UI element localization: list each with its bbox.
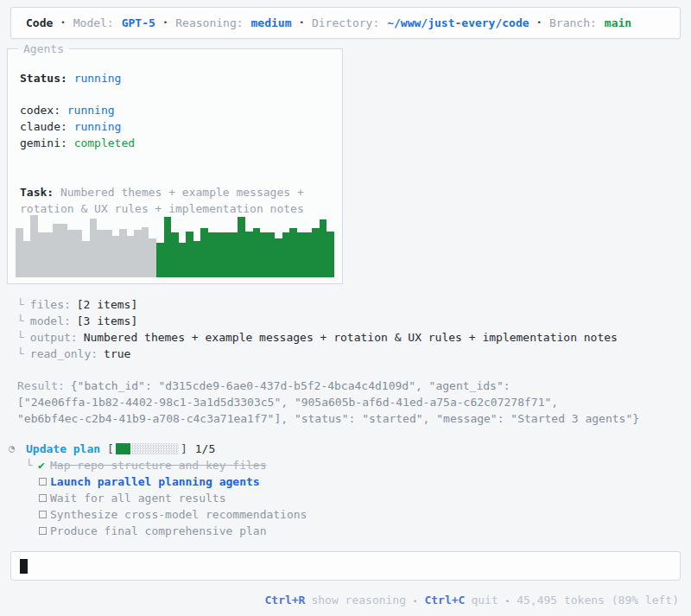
token-usage: 45,495 tokens (89% left) — [517, 594, 679, 606]
param-row: └read_only:true — [17, 346, 691, 362]
plan-item: Synthesize cross-model recommendations — [26, 506, 691, 523]
activity-bar — [312, 228, 320, 277]
param-row: └files:[2 items] — [17, 296, 691, 313]
param-row: └output:Numbered themes + example messag… — [17, 329, 691, 346]
plan-item-text: Map repo structure and key files — [50, 457, 266, 473]
activity-bar — [253, 228, 261, 277]
param-key: read_only: — [30, 347, 98, 360]
plan-item: Produce final comprehensive plan — [26, 523, 691, 539]
checkbox-icon — [38, 511, 50, 518]
plan-item: Launch parallel planning agents — [26, 473, 691, 490]
activity-bar — [127, 236, 135, 277]
agent-name: codex: — [20, 104, 67, 117]
activity-bar — [75, 230, 83, 277]
param-key: model: — [30, 314, 71, 327]
agent-row: codex: running — [20, 102, 330, 118]
agent-name: gemini: — [20, 137, 74, 149]
task-row: Task: Numbered themes + example messages… — [20, 184, 330, 217]
activity-bar — [30, 215, 38, 277]
shortcut-key: Ctrl+R — [264, 594, 305, 606]
checkbox-box — [39, 494, 47, 502]
separator-bullet: • — [413, 597, 417, 606]
separator-bullet: • — [505, 597, 510, 606]
progress-bracket-open: [ — [107, 441, 114, 457]
plan-checklist: └✔Map repo structure and key filesLaunch… — [26, 457, 691, 539]
activity-bar — [297, 232, 305, 277]
activity-bar — [200, 228, 208, 277]
status-value: running — [74, 72, 122, 85]
activity-bar — [186, 232, 193, 277]
agent-activity-chart — [16, 214, 334, 277]
result-text: {"batch_id": "d315cde9-6ae0-437d-b5f2-4b… — [71, 379, 510, 392]
activity-bar — [53, 224, 60, 277]
activity-bar — [149, 238, 156, 277]
activity-bar — [105, 230, 112, 277]
result-label: Result: — [17, 379, 65, 392]
progress-bar-remaining — [131, 443, 179, 454]
agent-state: completed — [74, 137, 135, 149]
activity-bar — [134, 230, 142, 277]
tool-result: Result:{"batch_id": "d315cde9-6ae0-437d-… — [17, 378, 691, 427]
activity-bar — [38, 232, 46, 277]
activity-bar — [45, 232, 53, 277]
agent-state: running — [74, 120, 122, 133]
app-name: Code — [26, 15, 53, 31]
activity-bar — [112, 236, 120, 277]
header-label: Model: — [73, 15, 114, 31]
checkbox-icon — [38, 494, 50, 502]
activity-bar — [119, 229, 127, 277]
separator-bullet: • — [300, 15, 304, 31]
shortcut-key: Ctrl+C — [424, 594, 465, 606]
param-value: Numbered themes + example messages + rot… — [84, 331, 618, 344]
plan-item: Wait for all agent results — [26, 490, 691, 506]
activity-bar — [282, 232, 290, 277]
tree-branch-icon: └ — [17, 331, 24, 344]
checkbox-box — [39, 478, 47, 486]
progress-bracket-close: ] — [181, 441, 187, 457]
tree-branch-icon: └ — [17, 314, 24, 327]
plan-title-row: ◔ Update plan [ ] 1/5 — [9, 441, 691, 457]
message-input[interactable] — [10, 551, 681, 581]
separator-bullet: • — [60, 15, 65, 31]
plan-title: Update plan — [26, 441, 100, 457]
activity-bar — [268, 232, 276, 277]
activity-bar — [216, 232, 224, 277]
activity-bar — [179, 243, 187, 277]
checkbox-box — [39, 527, 47, 535]
checkbox-icon — [38, 478, 50, 486]
param-row: └model:[3 items] — [17, 313, 691, 329]
tool-params: └files:[2 items]└model:[3 items]└output:… — [17, 296, 691, 362]
activity-bar — [223, 232, 231, 277]
activity-bar — [60, 224, 67, 277]
agent-name: claude: — [20, 120, 74, 133]
activity-bar — [164, 217, 172, 277]
activity-bar — [193, 241, 201, 277]
tree-branch-icon: └ — [17, 347, 24, 360]
check-glyph: ✔ — [38, 457, 45, 473]
activity-bar — [320, 219, 327, 277]
agents-status-row: Status: running — [20, 70, 330, 86]
param-value: true — [104, 347, 130, 360]
activity-bar — [16, 228, 23, 277]
result-line: ["24e06ffa-1b82-4402-98c1-3a1d5d3303c5",… — [17, 394, 691, 410]
param-key: output: — [30, 331, 78, 344]
activity-bar — [171, 232, 179, 277]
checkbox-icon — [38, 527, 50, 535]
header-value: ~/www/just-every/code — [387, 15, 529, 31]
header-label: Reasoning: — [175, 15, 243, 31]
param-key: files: — [30, 298, 71, 311]
agent-list: codex: runningclaude: runninggemini: com… — [20, 102, 330, 151]
separator-bullet: • — [537, 15, 542, 31]
check-icon: ✔ — [38, 457, 50, 473]
status-bar: Code •Model:GPT-5•Reasoning:medium•Direc… — [10, 7, 681, 39]
activity-bar — [97, 230, 105, 277]
plan-item-text: Synthesize cross-model recommendations — [50, 506, 307, 523]
activity-bar — [238, 217, 245, 277]
plan-item-text: Wait for all agent results — [50, 490, 226, 506]
agent-row: claude: running — [20, 118, 330, 135]
activity-bar — [305, 232, 313, 277]
header-label: Directory: — [312, 15, 379, 31]
activity-bar — [142, 227, 149, 277]
activity-bar — [275, 238, 282, 277]
param-value: [3 items] — [77, 314, 137, 327]
